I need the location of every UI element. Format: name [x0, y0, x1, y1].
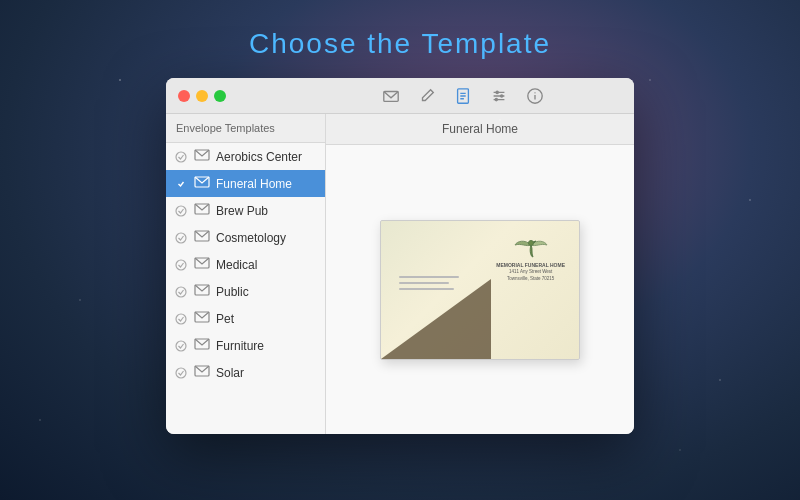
check-icon	[174, 204, 188, 218]
minimize-button[interactable]	[196, 90, 208, 102]
address-line-2: Townsville, State 70215	[496, 276, 565, 283]
toolbar	[381, 86, 545, 106]
svg-point-30	[176, 368, 186, 378]
list-item[interactable]: Pet	[166, 305, 325, 332]
maximize-button[interactable]	[214, 90, 226, 102]
item-label: Brew Pub	[216, 204, 268, 218]
sidebar: Envelope Templates Aerobics Center	[166, 114, 326, 434]
app-window: Envelope Templates Aerobics Center	[166, 78, 634, 434]
item-label: Aerobics Center	[216, 150, 302, 164]
svg-point-16	[176, 179, 186, 189]
list-item[interactable]: Cosmetology	[166, 224, 325, 251]
edit-toolbar-icon[interactable]	[417, 86, 437, 106]
titlebar	[166, 78, 634, 114]
preview-body: MEMORIAL FUNERAL HOME 1411 Any Street We…	[326, 145, 634, 434]
item-label: Solar	[216, 366, 244, 380]
item-label: Furniture	[216, 339, 264, 353]
check-icon	[174, 339, 188, 353]
traffic-lights	[178, 90, 226, 102]
svg-point-20	[176, 233, 186, 243]
check-icon	[174, 150, 188, 164]
list-item[interactable]: Furniture	[166, 332, 325, 359]
sliders-toolbar-icon[interactable]	[489, 86, 509, 106]
svg-point-24	[176, 287, 186, 297]
check-icon	[174, 177, 188, 191]
list-item[interactable]: Aerobics Center	[166, 143, 325, 170]
mail-icon	[194, 176, 210, 191]
svg-point-10	[494, 97, 498, 101]
bird-logo	[513, 231, 549, 259]
list-item[interactable]: Medical	[166, 251, 325, 278]
main-content: Envelope Templates Aerobics Center	[166, 114, 634, 434]
page-title: Choose the Template	[0, 0, 800, 78]
mail-icon	[194, 230, 210, 245]
svg-point-26	[176, 314, 186, 324]
check-icon	[174, 258, 188, 272]
mail-icon	[194, 365, 210, 380]
item-label: Funeral Home	[216, 177, 292, 191]
list-item[interactable]: Brew Pub	[166, 197, 325, 224]
item-label: Public	[216, 285, 249, 299]
template-toolbar-icon[interactable]	[453, 86, 473, 106]
mail-icon	[194, 257, 210, 272]
check-icon	[174, 366, 188, 380]
list-item[interactable]: Funeral Home	[166, 170, 325, 197]
mail-icon	[194, 149, 210, 164]
item-label: Cosmetology	[216, 231, 286, 245]
info-toolbar-icon[interactable]	[525, 86, 545, 106]
close-button[interactable]	[178, 90, 190, 102]
address-line-1: 1411 Any Street West	[496, 269, 565, 276]
svg-point-14	[176, 152, 186, 162]
mail-icon	[194, 203, 210, 218]
mail-icon	[194, 311, 210, 326]
check-icon	[174, 312, 188, 326]
envelope-preview: MEMORIAL FUNERAL HOME 1411 Any Street We…	[380, 220, 580, 360]
mail-icon	[194, 284, 210, 299]
preview-area: Funeral Home	[326, 114, 634, 434]
sidebar-header: Envelope Templates	[166, 114, 325, 143]
mail-icon	[194, 338, 210, 353]
svg-point-22	[176, 260, 186, 270]
item-label: Pet	[216, 312, 234, 326]
item-label: Medical	[216, 258, 257, 272]
list-item[interactable]: Public	[166, 278, 325, 305]
company-name: MEMORIAL FUNERAL HOME	[496, 262, 565, 270]
svg-point-32	[528, 240, 533, 245]
svg-point-8	[495, 90, 499, 94]
preview-header: Funeral Home	[326, 114, 634, 145]
list-item[interactable]: Solar	[166, 359, 325, 386]
svg-point-28	[176, 341, 186, 351]
svg-point-9	[500, 94, 504, 98]
check-icon	[174, 285, 188, 299]
check-icon	[174, 231, 188, 245]
svg-point-18	[176, 206, 186, 216]
envelope-toolbar-icon[interactable]	[381, 86, 401, 106]
svg-point-13	[534, 92, 535, 93]
